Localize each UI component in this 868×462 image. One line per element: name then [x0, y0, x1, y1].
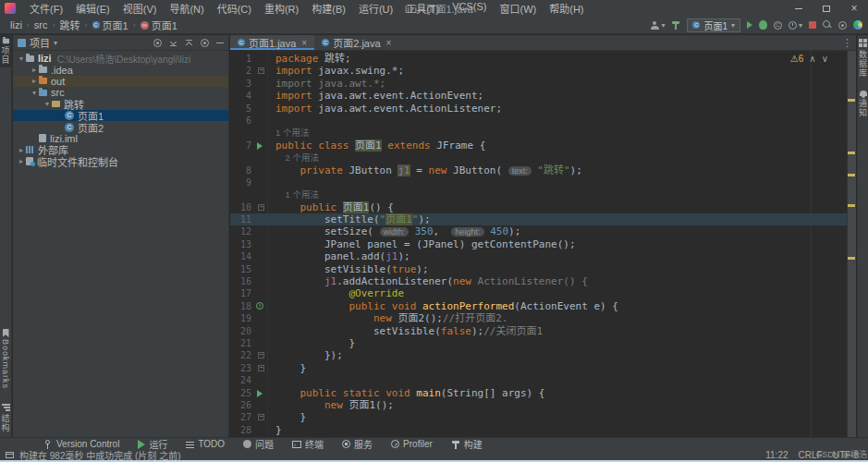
tree-row[interactable]: ▾src — [13, 87, 228, 98]
tree-row[interactable]: ▸out — [13, 76, 228, 87]
breadcrumb-item[interactable]: lizi — [7, 19, 25, 30]
notifications-tool-window-button[interactable]: 通知 — [857, 91, 868, 117]
tree-chevron-icon[interactable]: ▾ — [43, 100, 52, 108]
code-line[interactable]: 21 } — [230, 337, 847, 349]
code-line[interactable]: 11 setTitle("页面1"); — [230, 213, 847, 225]
coverage-button[interactable]: C — [774, 21, 782, 30]
code-line[interactable]: 6 — [230, 115, 847, 127]
search-everywhere-button[interactable] — [823, 20, 832, 30]
plugin-icon[interactable] — [853, 20, 862, 30]
tool-window-button-profiler[interactable]: Profiler — [391, 439, 433, 449]
menu-item[interactable]: 导航(N) — [163, 1, 210, 16]
tree-chevron-icon[interactable]: ▸ — [30, 77, 39, 85]
tool-window-button-终端[interactable]: ›终端 — [292, 437, 324, 451]
code-line[interactable]: 20 setVisible(false);//关闭页面1 — [230, 325, 847, 337]
code-inlay-row[interactable]: 1 个用法 — [230, 127, 847, 139]
code-line[interactable]: 2−import javax.swing.*; — [230, 65, 847, 77]
locate-file-button[interactable] — [153, 39, 162, 47]
chevron-down-icon[interactable]: ▾ — [54, 39, 57, 47]
menu-item[interactable]: 构建(B) — [305, 1, 352, 16]
collapse-all-button[interactable] — [185, 39, 193, 47]
code-line[interactable]: 1package 跳转; — [230, 53, 847, 65]
close-button[interactable]: × — [840, 0, 868, 17]
inspection-widget[interactable]: ⚠6 ∧ ∨ — [790, 54, 828, 64]
tool-window-button-问题[interactable]: 问题 — [243, 437, 274, 451]
user-menu-button[interactable]: ▾ — [651, 21, 665, 30]
prev-problem-button[interactable]: ∧ — [809, 54, 815, 64]
run-configuration-select[interactable]: C 页面1 ▾ — [687, 18, 740, 32]
minimize-button[interactable] — [785, 0, 813, 17]
tree-chevron-icon[interactable]: ▾ — [17, 55, 26, 63]
code-editor[interactable]: 1package 跳转;2−import javax.swing.*;3impo… — [230, 51, 847, 437]
code-line[interactable]: 10− public 页面1() { — [230, 201, 847, 213]
code-line[interactable]: 9 — [230, 176, 847, 188]
run-gutter-icon[interactable] — [257, 390, 263, 397]
run-button[interactable] — [747, 21, 752, 29]
menu-item[interactable]: 编辑(E) — [69, 1, 116, 16]
usages-inlay-hint[interactable]: 1 个用法 — [275, 128, 309, 138]
expand-all-button[interactable] — [169, 39, 177, 47]
override-gutter-icon[interactable]: ↑ — [256, 302, 263, 310]
menu-item[interactable]: 帮助(H) — [543, 1, 590, 16]
editor-tab[interactable]: C页面2.java× — [314, 35, 398, 50]
usages-inlay-hint[interactable]: 1 个用法 — [275, 189, 319, 200]
code-line[interactable]: 12 setSize( width: 350, height: 450); — [230, 225, 847, 237]
code-line[interactable]: 18↑ public void actionPerformed(ActionEv… — [230, 300, 847, 312]
code-line[interactable]: 22− }); — [230, 349, 847, 361]
code-line[interactable]: 15 setVisible(true); — [230, 263, 847, 275]
tool-window-button-todo[interactable]: TODO — [186, 439, 225, 449]
close-icon[interactable]: × — [301, 38, 307, 48]
tree-chevron-icon[interactable]: ▸ — [30, 66, 39, 74]
tree-row[interactable]: C页面2 — [13, 121, 228, 132]
maximize-button[interactable] — [813, 0, 840, 17]
settings-button[interactable] — [838, 21, 847, 30]
build-project-button[interactable] — [671, 20, 680, 30]
editor-scrollbar[interactable] — [847, 51, 856, 437]
tool-window-button-服务[interactable]: 服务 — [342, 437, 373, 451]
tree-chevron-icon[interactable]: ▸ — [17, 157, 26, 165]
tree-row[interactable]: ▾liziC:\Users\杨浩\Desktop\yangli\lizi — [13, 53, 228, 64]
database-tool-window-button[interactable]: 数据库 — [857, 39, 868, 78]
code-line[interactable]: 4import java.awt.event.ActionEvent; — [230, 90, 847, 102]
code-inlay-row[interactable]: 2 个用法 — [230, 152, 847, 164]
tree-chevron-icon[interactable]: ▾ — [30, 89, 39, 97]
code-line[interactable]: 13 JPanel panel = (JPanel) getContentPan… — [230, 238, 847, 250]
hide-panel-button[interactable] — [216, 43, 224, 43]
menu-item[interactable]: 窗口(W) — [494, 1, 544, 16]
profiler-button[interactable]: ▾ — [789, 21, 802, 30]
code-line[interactable]: 5import java.awt.event.ActionListener; — [230, 103, 847, 115]
tree-row[interactable]: ▾跳转 — [13, 99, 228, 110]
breadcrumb-item[interactable]: 跳转 — [57, 18, 83, 32]
breadcrumb-item[interactable]: C页面1 — [90, 18, 131, 32]
tab-options-icon[interactable]: ⋮ — [842, 37, 856, 49]
stop-button[interactable] — [809, 21, 816, 29]
menu-item[interactable]: 文件(F) — [23, 1, 69, 16]
code-inlay-row[interactable]: 1 个用法 — [230, 188, 847, 201]
close-icon[interactable]: × — [386, 38, 392, 48]
code-line[interactable]: 8 private JButton j1 = new JButton( text… — [230, 164, 847, 176]
run-gutter-icon[interactable] — [257, 142, 263, 150]
structure-tool-window-button[interactable]: 结构 — [0, 401, 12, 435]
code-line[interactable]: 25 public static void main(String[] args… — [230, 387, 847, 399]
menu-item[interactable]: 代码(C) — [211, 1, 258, 16]
menu-item[interactable]: 运行(U) — [352, 1, 399, 16]
fold-marker-icon[interactable]: − — [258, 204, 264, 211]
usages-inlay-hint[interactable]: 2 个用法 — [275, 152, 319, 163]
fold-marker-icon[interactable]: − — [258, 414, 264, 420]
menu-item[interactable]: 重构(R) — [258, 1, 305, 16]
code-line[interactable]: 14 panel.add(j1); — [230, 250, 847, 262]
tree-chevron-icon[interactable]: ▸ — [17, 146, 26, 154]
panel-settings-button[interactable] — [201, 39, 209, 47]
tool-window-button-构建[interactable]: 构建 — [451, 437, 483, 451]
code-line[interactable]: 24 — [230, 374, 847, 386]
tree-row[interactable]: ▸.idea — [13, 64, 228, 75]
code-line[interactable]: 23− } — [230, 362, 847, 374]
code-line[interactable]: 3import java.awt.*; — [230, 78, 847, 90]
debug-button[interactable] — [759, 20, 767, 30]
menu-item[interactable]: 视图(V) — [116, 1, 164, 16]
code-line[interactable]: 19 new 页面2();//打开页面2. — [230, 312, 847, 324]
code-line[interactable]: 26 new 页面1(); — [230, 399, 847, 411]
fold-marker-icon[interactable]: − — [258, 352, 264, 359]
fold-marker-icon[interactable]: − — [258, 67, 264, 74]
breadcrumb-item[interactable]: m页面1 — [138, 18, 180, 32]
